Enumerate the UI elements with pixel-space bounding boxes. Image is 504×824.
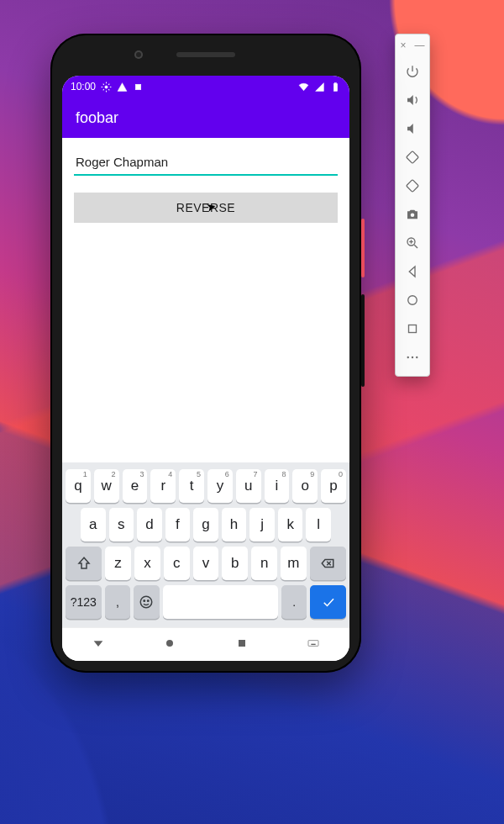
- wifi-icon: [298, 82, 309, 92]
- key-o[interactable]: o9: [292, 469, 318, 503]
- name-input[interactable]: [74, 150, 338, 176]
- key-t[interactable]: t5: [179, 469, 204, 503]
- comma-key[interactable]: ,: [105, 585, 130, 619]
- svg-point-7: [408, 296, 417, 305]
- key-v[interactable]: v: [193, 547, 219, 580]
- keyboard-row-2: asdfghjkl: [66, 508, 346, 541]
- status-clock: 10:00: [71, 81, 96, 92]
- svg-point-2: [411, 214, 415, 218]
- key-c[interactable]: c: [164, 547, 190, 580]
- app-notification-icon: [133, 82, 144, 92]
- key-e[interactable]: e3: [123, 469, 148, 503]
- key-y[interactable]: y6: [207, 469, 233, 503]
- phone-earpiece: [176, 52, 235, 57]
- reverse-button[interactable]: REVERSE: [74, 193, 338, 223]
- status-left: 10:00: [71, 81, 144, 92]
- period-key[interactable]: .: [281, 585, 307, 619]
- app-content: REVERSE ➤: [62, 138, 349, 462]
- key-k[interactable]: k: [278, 508, 303, 541]
- panel-minimize-button[interactable]: —: [415, 40, 425, 51]
- svg-point-21: [166, 640, 173, 647]
- key-d[interactable]: d: [137, 508, 162, 541]
- enter-key[interactable]: [310, 585, 346, 619]
- nav-back-button[interactable]: [92, 636, 105, 653]
- panel-close-button[interactable]: ×: [400, 40, 406, 51]
- screenshot-icon[interactable]: [399, 201, 426, 228]
- symbols-key[interactable]: ?123: [66, 585, 102, 619]
- key-b[interactable]: b: [222, 547, 248, 580]
- volume-down-icon[interactable]: [399, 115, 426, 142]
- phone-screen: 10:00 foobar REVERSE ➤ q1w2e3r4t5y6u7i8o…: [62, 76, 349, 661]
- keyboard-row-1: q1w2e3r4t5y6u7i8o9p0: [66, 469, 346, 503]
- nav-overview-button[interactable]: [235, 636, 249, 653]
- svg-point-11: [416, 357, 417, 358]
- phone-front-camera: [134, 50, 143, 59]
- key-w[interactable]: w2: [94, 469, 119, 503]
- svg-rect-13: [135, 84, 141, 90]
- app-bar: foobar: [62, 98, 349, 138]
- status-right: [298, 82, 341, 92]
- emoji-key[interactable]: [134, 585, 159, 619]
- svg-rect-14: [333, 83, 337, 91]
- rotate-right-icon[interactable]: [399, 172, 426, 199]
- keyboard-row-4: ?123 , .: [66, 585, 346, 619]
- svg-point-9: [407, 357, 409, 358]
- nav-keyboard-toggle-button[interactable]: [307, 636, 320, 653]
- space-key[interactable]: [163, 585, 278, 619]
- svg-rect-0: [407, 151, 419, 164]
- power-icon[interactable]: [399, 58, 426, 85]
- key-n[interactable]: n: [251, 547, 277, 580]
- key-q[interactable]: q1: [66, 469, 91, 503]
- app-title: foobar: [76, 109, 118, 127]
- backspace-key[interactable]: [310, 547, 346, 580]
- key-u[interactable]: u7: [236, 469, 261, 503]
- key-f[interactable]: f: [165, 508, 191, 541]
- phone-volume-rocker: [361, 294, 365, 387]
- more-icon[interactable]: [399, 344, 426, 371]
- svg-rect-23: [308, 640, 318, 646]
- svg-rect-8: [409, 325, 417, 333]
- overview-icon[interactable]: [399, 315, 426, 342]
- volume-up-icon[interactable]: [399, 87, 426, 114]
- soft-keyboard: q1w2e3r4t5y6u7i8o9p0 asdfghjkl zxcvbnm ?…: [62, 462, 349, 627]
- key-i[interactable]: i8: [265, 469, 290, 503]
- phone-power-button: [361, 219, 365, 277]
- key-r[interactable]: r4: [150, 469, 176, 503]
- svg-rect-15: [334, 82, 336, 83]
- key-l[interactable]: l: [306, 508, 331, 541]
- panel-window-controls: × —: [400, 40, 424, 51]
- key-j[interactable]: j: [249, 508, 275, 541]
- zoom-icon[interactable]: [399, 230, 426, 256]
- svg-point-20: [148, 600, 150, 602]
- key-z[interactable]: z: [105, 547, 131, 580]
- warning-icon: [117, 82, 128, 92]
- battery-icon: [330, 82, 341, 92]
- svg-point-19: [144, 600, 145, 602]
- svg-rect-1: [407, 180, 419, 193]
- shift-key[interactable]: [66, 547, 102, 580]
- svg-point-10: [412, 357, 413, 358]
- svg-point-12: [105, 85, 108, 87]
- phone-frame: 10:00 foobar REVERSE ➤ q1w2e3r4t5y6u7i8o…: [50, 34, 361, 673]
- system-nav-bar: [62, 627, 349, 661]
- nav-home-button[interactable]: [163, 636, 176, 653]
- home-icon[interactable]: [399, 287, 426, 314]
- keyboard-row-3: zxcvbnm: [66, 547, 346, 580]
- key-m[interactable]: m: [281, 547, 307, 580]
- rotate-left-icon[interactable]: [399, 144, 426, 171]
- svg-line-4: [414, 245, 417, 248]
- key-h[interactable]: h: [222, 508, 247, 541]
- key-g[interactable]: g: [193, 508, 218, 541]
- key-s[interactable]: s: [109, 508, 134, 541]
- emulator-control-panel: × —: [395, 34, 430, 377]
- status-bar: 10:00: [62, 76, 349, 98]
- key-x[interactable]: x: [134, 547, 160, 580]
- key-p[interactable]: p0: [321, 469, 346, 503]
- cell-signal-icon: [314, 82, 325, 92]
- back-icon[interactable]: [399, 258, 426, 285]
- settings-gear-icon: [101, 82, 112, 92]
- svg-point-18: [141, 596, 153, 608]
- svg-rect-22: [239, 640, 245, 647]
- key-a[interactable]: a: [81, 508, 106, 541]
